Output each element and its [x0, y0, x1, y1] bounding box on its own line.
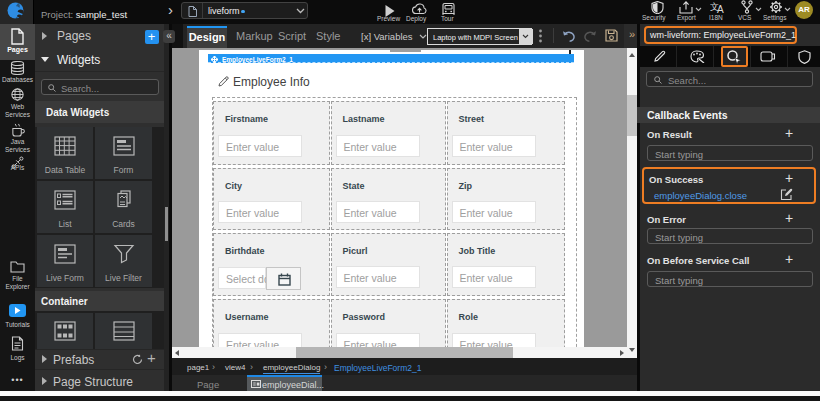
svg-text:A: A	[717, 4, 724, 14]
